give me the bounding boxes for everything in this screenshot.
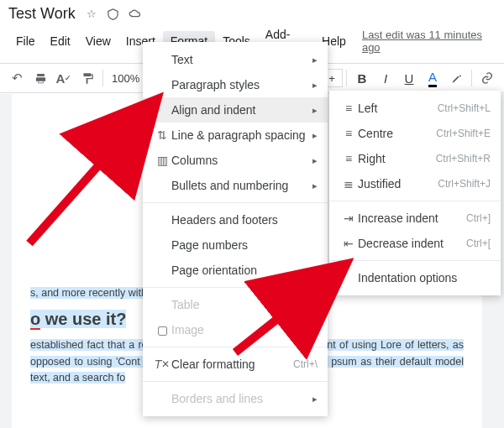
cloud-icon[interactable]	[128, 7, 143, 22]
italic-button[interactable]: I	[374, 66, 397, 90]
text-color-button[interactable]: A	[421, 66, 444, 90]
line-spacing-icon: ⇅	[153, 128, 171, 142]
align-right-icon: ≡	[339, 152, 358, 165]
undo-icon[interactable]: ↶	[5, 66, 29, 90]
align-left-icon: ≡	[339, 102, 358, 115]
align-right[interactable]: ≡RightCtrl+Shift+R	[329, 146, 501, 171]
bold-button[interactable]: B	[350, 66, 374, 90]
menu-page-orientation[interactable]: Page orientation	[143, 258, 328, 283]
doc-title[interactable]: Test Work	[8, 5, 76, 23]
align-justified[interactable]: ≣JustifiedCtrl+Shift+J	[329, 171, 501, 196]
columns-icon: ▥	[153, 154, 171, 167]
menu-file[interactable]: File	[8, 31, 43, 51]
menu-image: ▢Image▸	[143, 317, 328, 342]
image-icon: ▢	[153, 323, 171, 337]
insert-link-icon[interactable]	[475, 66, 499, 90]
highlight-button[interactable]	[444, 66, 468, 90]
move-icon[interactable]	[106, 7, 121, 22]
clear-format-icon: T✕	[153, 358, 171, 371]
print-icon[interactable]	[29, 66, 52, 90]
menu-align-indent[interactable]: Align and indent▸	[143, 97, 328, 123]
menu-borders-lines: Borders and lines▸	[143, 386, 328, 411]
spellcheck-icon[interactable]: A✓	[52, 66, 76, 90]
paint-format-icon[interactable]	[76, 66, 99, 90]
increase-indent[interactable]: ⇥Increase indentCtrl+]	[329, 206, 501, 231]
star-icon[interactable]: ☆	[84, 7, 99, 22]
align-justified-icon: ≣	[339, 177, 358, 191]
menu-page-numbers[interactable]: Page numbers	[143, 232, 328, 258]
menu-columns[interactable]: ▥Columns▸	[143, 148, 328, 173]
menu-bullets[interactable]: Bullets and numbering▸	[143, 173, 328, 198]
menu-line-spacing[interactable]: ⇅Line & paragraph spacing▸	[143, 123, 328, 148]
underline-button[interactable]: U	[397, 66, 421, 90]
indent-decrease-icon: ⇤	[339, 237, 358, 250]
decrease-indent[interactable]: ⇤Decrease indentCtrl+[	[329, 231, 501, 256]
align-left[interactable]: ≡LeftCtrl+Shift+L	[329, 96, 501, 121]
align-indent-submenu: ≡LeftCtrl+Shift+L ≡CentreCtrl+Shift+E ≡R…	[329, 91, 501, 295]
menu-edit[interactable]: Edit	[43, 31, 78, 51]
menu-paragraph-styles[interactable]: Paragraph styles▸	[143, 72, 328, 97]
menu-clear-formatting[interactable]: T✕Clear formattingCtrl+\	[143, 352, 328, 377]
menu-headers-footers[interactable]: Headers and footers	[143, 207, 328, 232]
last-edit-link[interactable]: Last edit was 11 minutes ago	[362, 29, 496, 54]
align-centre[interactable]: ≡CentreCtrl+Shift+E	[329, 121, 501, 146]
indent-increase-icon: ⇥	[339, 211, 358, 225]
menu-view[interactable]: View	[78, 31, 118, 51]
menu-table: Table▸	[143, 292, 328, 317]
indentation-options[interactable]: Indentation options	[329, 265, 501, 290]
menu-text[interactable]: Text▸	[143, 47, 328, 72]
align-centre-icon: ≡	[339, 127, 358, 140]
format-dropdown: Text▸ Paragraph styles▸ Align and indent…	[143, 42, 328, 416]
